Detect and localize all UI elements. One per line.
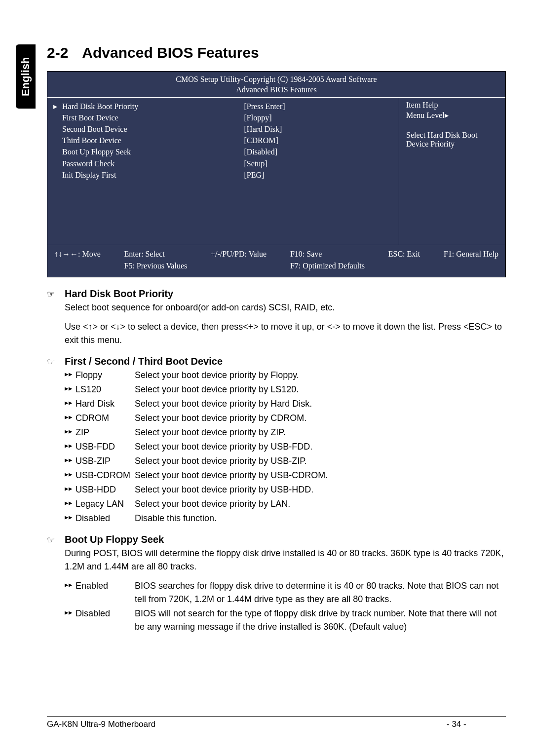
paragraph: Use <↑> or <↓> to select a device, then … bbox=[65, 320, 506, 347]
setting-value: [CDROM] bbox=[244, 135, 393, 146]
section-title-text: Advanced BIOS Features bbox=[82, 44, 259, 61]
option-desc: Select your boot device priority by LS12… bbox=[135, 383, 506, 396]
option-name: Hard Disk bbox=[76, 397, 135, 411]
setting-value: [Setup] bbox=[244, 158, 393, 169]
setting-label: Boot Up Floppy Seek bbox=[62, 146, 244, 157]
hand-pointer-icon: ☞ bbox=[47, 533, 65, 547]
option-bullet-icon: ▸▸ bbox=[65, 512, 76, 523]
item-boot-up-floppy-seek: ☞ Boot Up Floppy Seek During POST, BIOS … bbox=[47, 532, 506, 634]
item-title: First / Second / Third Boot Device bbox=[65, 354, 223, 369]
option-bullet-icon: ▸▸ bbox=[65, 397, 76, 409]
setting-value: [Hard Disk] bbox=[244, 123, 393, 135]
section-heading: 2-2Advanced BIOS Features bbox=[47, 44, 506, 61]
option-name: LS120 bbox=[76, 383, 135, 396]
option-desc: BIOS searches for floppy disk drive to d… bbox=[135, 579, 506, 606]
bios-settings-panel: ▸Hard Disk Boot Priority[Press Enter] Fi… bbox=[47, 97, 399, 245]
footer-product-name: GA-K8N Ultra-9 Motherboard bbox=[47, 719, 447, 729]
option-desc: Select your boot device priority by Flop… bbox=[135, 369, 506, 382]
option-bullet-icon: ▸▸ bbox=[65, 469, 76, 480]
setting-label: Third Boot Device bbox=[62, 135, 244, 146]
footer-key: F1: General Help bbox=[444, 250, 498, 258]
section-number: 2-2 bbox=[47, 44, 68, 61]
help-title: Item Help bbox=[406, 101, 500, 110]
paragraph: Select boot sequence for onboard(or add-… bbox=[65, 301, 506, 314]
option-name: Disabled bbox=[76, 512, 135, 525]
option-name: Floppy bbox=[76, 369, 135, 382]
option-name: USB-HDD bbox=[76, 483, 135, 496]
descriptive-text: ☞ Hard Disk Boot Priority Select boot se… bbox=[47, 286, 506, 634]
option-bullet-icon: ▸▸ bbox=[65, 579, 76, 591]
option-name: USB-FDD bbox=[76, 440, 135, 454]
bios-header-line2: Advanced BIOS Features bbox=[47, 85, 505, 95]
option-bullet-icon: ▸▸ bbox=[65, 483, 76, 494]
setting-value: [Floppy] bbox=[244, 112, 393, 123]
option-desc: Select your boot device priority by USB-… bbox=[135, 469, 506, 482]
option-bullet-icon: ▸▸ bbox=[65, 412, 76, 423]
option-bullet-icon: ▸▸ bbox=[65, 426, 76, 437]
option-name: Enabled bbox=[76, 579, 135, 593]
option-bullet-icon: ▸▸ bbox=[65, 383, 76, 394]
footer-key: +/-/PU/PD: Value bbox=[211, 250, 266, 258]
item-title: Hard Disk Boot Priority bbox=[65, 286, 173, 301]
paragraph: During POST, BIOS will determine the flo… bbox=[65, 547, 506, 573]
option-desc: BIOS will not search for the type of flo… bbox=[135, 607, 506, 634]
option-desc: Select your boot device priority by LAN. bbox=[135, 497, 506, 511]
bios-header-line1: CMOS Setup Utility-Copyright (C) 1984-20… bbox=[47, 75, 505, 85]
item-title: Boot Up Floppy Seek bbox=[65, 532, 164, 547]
footer-key: F5: Previous Values bbox=[124, 262, 188, 270]
help-text-line: Select Hard Disk Boot bbox=[406, 131, 500, 140]
page-content: 2-2Advanced BIOS Features CMOS Setup Uti… bbox=[47, 0, 506, 634]
option-bullet-icon: ▸▸ bbox=[65, 440, 76, 452]
footer-key: ↑↓→←: Move bbox=[54, 250, 101, 258]
help-text-line: Device Priority bbox=[406, 140, 500, 149]
setting-value: [Press Enter] bbox=[244, 101, 393, 112]
option-name: CDROM bbox=[76, 412, 135, 425]
option-desc: Select your boot device priority by USB-… bbox=[135, 483, 506, 496]
bios-header: CMOS Setup Utility-Copyright (C) 1984-20… bbox=[47, 72, 505, 97]
setting-label: Password Check bbox=[62, 158, 244, 169]
bios-screenshot: CMOS Setup Utility-Copyright (C) 1984-20… bbox=[47, 71, 506, 277]
hand-pointer-icon: ☞ bbox=[47, 288, 65, 301]
item-hard-disk-boot-priority: ☞ Hard Disk Boot Priority Select boot se… bbox=[47, 286, 506, 347]
option-bullet-icon: ▸▸ bbox=[65, 369, 76, 380]
option-name: Disabled bbox=[76, 607, 135, 620]
option-desc: Select your boot device priority by USB-… bbox=[135, 440, 506, 454]
option-desc: Select your boot device priority by USB-… bbox=[135, 454, 506, 468]
setting-label: Hard Disk Boot Priority bbox=[62, 101, 244, 112]
footer-key: F7: Optimized Defaults bbox=[290, 262, 365, 270]
option-name: Legacy LAN bbox=[76, 497, 135, 511]
footer-key: F10: Save bbox=[290, 250, 322, 258]
option-desc: Select your boot device priority by ZIP. bbox=[135, 426, 506, 439]
language-tab: English bbox=[16, 44, 36, 109]
menu-arrow-icon: ▸ bbox=[53, 101, 62, 112]
hand-pointer-icon: ☞ bbox=[47, 355, 65, 369]
option-bullet-icon: ▸▸ bbox=[65, 497, 76, 509]
setting-label: Second Boot Device bbox=[62, 123, 244, 135]
footer-key: ESC: Exit bbox=[388, 250, 420, 258]
option-desc: Disable this function. bbox=[135, 512, 506, 525]
setting-label: First Boot Device bbox=[62, 112, 244, 123]
option-name: ZIP bbox=[76, 426, 135, 439]
item-boot-device: ☞ First / Second / Third Boot Device ▸▸F… bbox=[47, 354, 506, 525]
option-desc: Select your boot device priority by CDRO… bbox=[135, 412, 506, 425]
footer-key: Enter: Select bbox=[124, 250, 165, 258]
option-bullet-icon: ▸▸ bbox=[65, 607, 76, 618]
option-name: USB-CDROM bbox=[76, 469, 135, 482]
option-name: USB-ZIP bbox=[76, 454, 135, 468]
setting-label: Init Display First bbox=[62, 169, 244, 181]
bios-help-panel: Item Help Menu Level▸ Select Hard Disk B… bbox=[399, 97, 505, 245]
menu-level: Menu Level▸ bbox=[406, 111, 500, 120]
bios-footer: ↑↓→←: Move Enter: SelectF5: Previous Val… bbox=[47, 245, 505, 277]
option-bullet-icon: ▸▸ bbox=[65, 454, 76, 466]
page-number: - 34 - bbox=[447, 719, 506, 729]
option-desc: Select your boot device priority by Hard… bbox=[135, 397, 506, 411]
page-footer: GA-K8N Ultra-9 Motherboard - 34 - bbox=[47, 716, 506, 729]
setting-value: [PEG] bbox=[244, 169, 393, 181]
setting-value: [Disabled] bbox=[244, 146, 393, 157]
